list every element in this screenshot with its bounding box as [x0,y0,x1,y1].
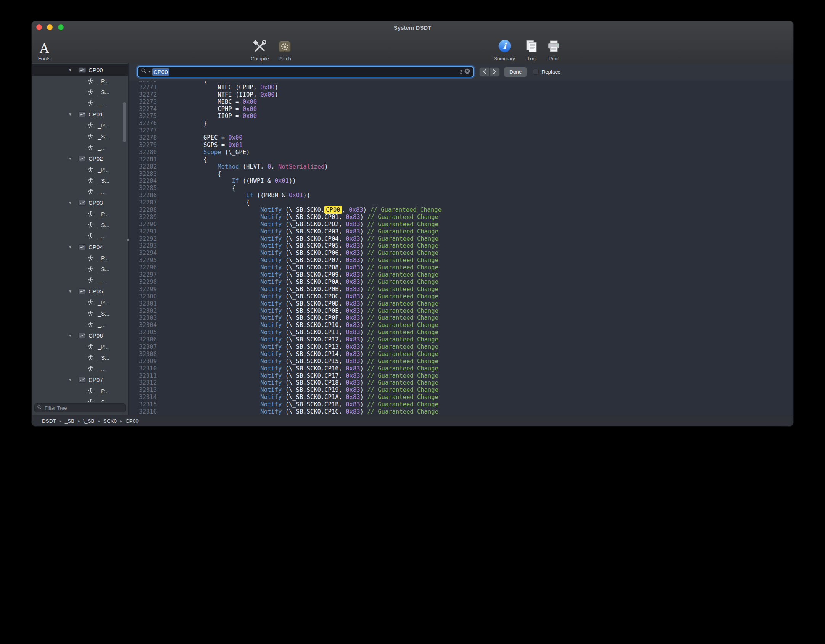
code-line: 32292 Notify (\_SB.SCK0.CP04, 0x83) // G… [129,235,793,243]
find-input[interactable]: ▾ CP00 3 [137,66,474,77]
tree-child-item[interactable]: _S... [32,219,128,230]
line-number: 32302 [129,308,157,315]
tree-node-label: CP07 [89,377,103,383]
tree-node-label: _S... [98,89,110,95]
code-line: 32296 Notify (\_SB.SCK0.CP08, 0x83) // G… [129,264,793,271]
method-icon [87,310,98,317]
tree-child-item[interactable]: _S... [32,131,128,142]
tree-child-item[interactable]: _P... [32,120,128,131]
method-icon [87,266,98,272]
method-icon [87,299,98,306]
filter-tree-field[interactable] [34,403,126,412]
method-icon [87,399,98,402]
tree-child-item[interactable]: _... [32,230,128,242]
tree-node-cp07[interactable]: ▼CP07 [32,374,128,385]
disclosure-triangle-icon[interactable]: ▼ [68,156,78,161]
line-number: 32280 [129,149,157,156]
tree-node-cp01[interactable]: ▼CP01 [32,109,128,120]
code-line: 32270 { [129,81,793,84]
code-editor[interactable]: 32270 {32271 NTFC (CPHP, 0x00)32272 NTFI… [129,81,793,415]
editor-pane: ▾ CP00 3 [129,63,793,415]
clear-search-icon[interactable] [464,68,470,76]
disclosure-triangle-icon[interactable]: ▼ [68,68,78,72]
next-match-button[interactable] [489,68,499,76]
search-icon[interactable] [141,68,147,76]
tree-node-label: _S... [98,399,110,402]
title-bar[interactable]: System DSDT [32,21,793,35]
tree-node-cp06[interactable]: ▼CP06 [32,330,128,341]
code-line: 32280 Scope (\_GPE) [129,149,793,156]
code-line: 32287 { [129,199,793,206]
code-line: 32271 NTFC (CPHP, 0x00) [129,84,793,91]
tree-child-item[interactable]: _... [32,363,128,374]
breadcrumb-separator-icon: ▸ [60,419,61,423]
tree-child-item[interactable]: _... [32,142,128,153]
code-line: 32300 Notify (\_SB.SCK0.CP0C, 0x83) // G… [129,293,793,300]
compile-tools-icon [252,40,267,55]
search-menu-chevron-icon[interactable]: ▾ [149,70,150,74]
tree-child-item[interactable]: _P... [32,341,128,352]
device-icon [78,332,89,339]
tree-child-item[interactable]: _S... [32,264,128,275]
breadcrumb-item[interactable]: _SB [65,418,75,424]
disclosure-triangle-icon[interactable]: ▼ [68,112,78,116]
tree-child-item[interactable]: _P... [32,76,128,87]
tree-child-item[interactable]: _S... [32,352,128,363]
tree-child-item[interactable]: _P... [32,385,128,396]
tree-node-cp03[interactable]: ▼CP03 [32,197,128,208]
line-number: 32299 [129,286,157,293]
disclosure-triangle-icon[interactable]: ▼ [68,245,78,249]
line-number: 32273 [129,98,157,106]
replace-checkbox[interactable] [533,69,539,75]
tree-child-item[interactable]: _... [32,186,128,197]
tree-child-item[interactable]: _S... [32,396,128,402]
tree-node-label: _P... [98,299,109,306]
disclosure-triangle-icon[interactable]: ▼ [68,378,78,382]
patch-button[interactable]: Patch [267,35,302,62]
tree-child-item[interactable]: _S... [32,175,128,186]
disclosure-triangle-icon[interactable]: ▼ [68,289,78,293]
print-button[interactable]: Print [537,35,571,62]
tree-node-label: _P... [98,166,109,173]
breadcrumb-item[interactable]: CP00 [126,418,139,424]
info-icon: i [498,39,512,55]
tree-node-label: CP04 [89,244,103,250]
tree-child-item[interactable]: _S... [32,87,128,98]
disclosure-triangle-icon[interactable]: ▼ [68,201,78,205]
log-label: Log [527,56,536,61]
tree-node-cp05[interactable]: ▼CP05 [32,286,128,297]
device-icon [78,67,89,73]
sidebar-scrollbar-thumb[interactable] [123,102,126,142]
tree-node-label: _... [98,188,106,195]
breadcrumb-item[interactable]: SCK0 [103,418,117,424]
done-button[interactable]: Done [504,67,527,77]
tree-node-cp00[interactable]: ▼CP00 [32,64,128,76]
code-line: 32285 { [129,185,793,192]
method-icon [87,133,98,140]
previous-match-button[interactable] [480,68,489,76]
disclosure-triangle-icon[interactable]: ▼ [68,333,78,338]
tree-node-cp04[interactable]: ▼CP04 [32,242,128,253]
method-icon [87,188,98,195]
breadcrumb-item[interactable]: DSDT [42,418,56,424]
tree-node-label: _... [98,144,106,151]
breadcrumb-item[interactable]: \_SB [83,418,94,424]
tree-child-item[interactable]: _P... [32,297,128,308]
tree-node-cp02[interactable]: ▼CP02 [32,153,128,164]
code-line: 32303 Notify (\_SB.SCK0.CP0F, 0x83) // G… [129,314,793,322]
tree-child-item[interactable]: _... [32,319,128,330]
tree-child-item[interactable]: _... [32,275,128,286]
line-number: 32298 [129,279,157,286]
tree-node-label: CP00 [89,67,103,73]
tree-child-item[interactable]: _P... [32,164,128,175]
tree-child-item[interactable]: _... [32,98,128,109]
tree-child-item[interactable]: _P... [32,208,128,219]
tree-child-item[interactable]: _P... [32,253,128,264]
line-number: 32271 [129,84,157,91]
filter-tree-input[interactable] [44,405,123,411]
tree-node-label: _P... [98,343,109,350]
tree-child-item[interactable]: _S... [32,308,128,319]
match-count: 3 [460,69,462,75]
fonts-button[interactable]: A Fonts [32,35,61,62]
tree-node-label: _P... [98,78,109,84]
